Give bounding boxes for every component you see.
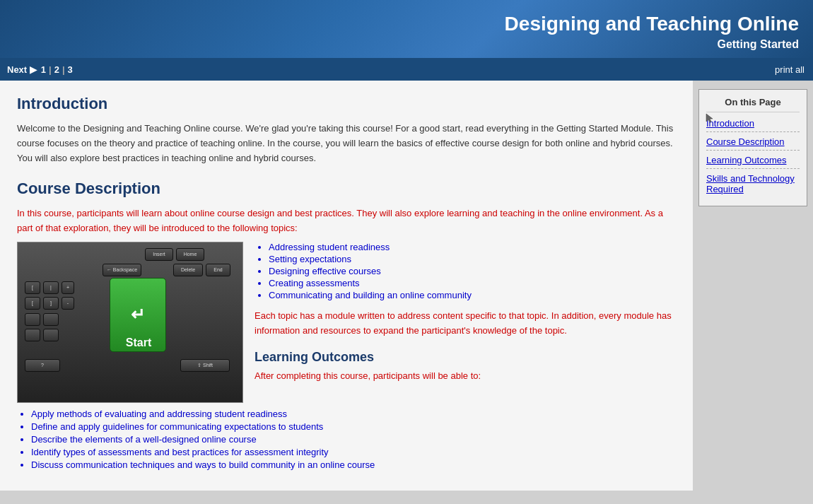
- key-minus: -: [62, 297, 74, 310]
- key-end: End: [206, 264, 230, 276]
- key-misc1: [25, 313, 40, 326]
- introduction-section: Introduction Welcome to the Designing an…: [17, 95, 676, 165]
- topic-item-1: Addressing student readiness: [269, 242, 676, 252]
- page-header: Designing and Teaching Online Getting St…: [0, 0, 813, 58]
- lo-after-text: After completing this course, participan…: [255, 370, 676, 381]
- topic-item-3: Designing effective courses: [269, 266, 676, 276]
- course-desc-row: Insert Home ← Backspace Delete End [ | […: [17, 242, 676, 403]
- introduction-title: Introduction: [17, 95, 676, 113]
- sidebar-link-introduction[interactable]: Introduction: [706, 118, 800, 132]
- course-desc-intro: In this course, participants will learn …: [17, 206, 676, 236]
- start-label: Start: [112, 334, 165, 351]
- topics-right: Addressing student readiness Setting exp…: [255, 242, 676, 403]
- topics-list: Addressing student readiness Setting exp…: [269, 242, 676, 300]
- lo-list: Apply methods of evaluating and addressi…: [31, 409, 676, 470]
- main-layout: Introduction Welcome to the Designing an…: [0, 81, 813, 491]
- lo-item-2: Define and apply guidelines for communic…: [31, 421, 676, 432]
- each-topic-text: Each topic has a module written to addre…: [255, 309, 676, 339]
- key-misc4: [43, 329, 59, 341]
- cursor-icon: [705, 112, 715, 122]
- on-this-page-box: On this Page Introduction Course Descrip…: [698, 89, 807, 206]
- on-this-page-title: On this Page: [706, 97, 800, 112]
- key-bracket-open: [: [25, 281, 40, 294]
- nav-next-button[interactable]: Next ▶: [7, 64, 37, 75]
- sidebar-link-learning-outcomes[interactable]: Learning Outcomes: [706, 155, 800, 169]
- nav-page-2[interactable]: 2: [54, 64, 59, 75]
- course-desc-title: Course Description: [17, 180, 676, 198]
- key-delete: Delete: [173, 264, 203, 276]
- sidebar-link-skills-technology[interactable]: Skills and Technology Required: [706, 173, 800, 194]
- lo-item-3: Describe the elements of a well-designed…: [31, 434, 676, 445]
- content-area: Introduction Welcome to the Designing an…: [0, 81, 693, 491]
- intro-text: Welcome to the Designing and Teaching On…: [17, 122, 676, 165]
- key-insert: Insert: [145, 248, 173, 261]
- keyboard-image: Insert Home ← Backspace Delete End [ | […: [17, 242, 243, 403]
- page-title: Designing and Teaching Online: [14, 13, 799, 35]
- nav-left: Next ▶ 1 | 2 | 3: [0, 64, 73, 75]
- nav-page-1[interactable]: 1: [41, 64, 46, 75]
- key-bottom1: ?: [25, 359, 60, 372]
- key-backspace: ← Backspace: [103, 264, 141, 276]
- sidebar-link-course-description[interactable]: Course Description: [706, 136, 800, 151]
- topic-item-5: Communicating and building an online com…: [269, 290, 676, 300]
- nav-page-3[interactable]: 3: [68, 64, 73, 75]
- navbar: Next ▶ 1 | 2 | 3 print all: [0, 58, 813, 81]
- key-backslash: ]: [43, 297, 59, 310]
- lo-item-1: Apply methods of evaluating and addressi…: [31, 409, 676, 419]
- key-misc2: [43, 313, 59, 326]
- nav-sep-2: |: [62, 64, 65, 75]
- key-bracket2: [: [25, 297, 40, 310]
- topic-item-2: Setting expectations: [269, 254, 676, 264]
- lo-item-5: Discuss communication techniques and way…: [31, 459, 676, 470]
- print-all-button[interactable]: print all: [775, 64, 813, 75]
- nav-sep-1: |: [49, 64, 52, 75]
- page-subtitle: Getting Started: [14, 38, 799, 51]
- course-description-section: Course Description In this course, parti…: [17, 180, 676, 470]
- lo-item-4: Identify types of assessments and best p…: [31, 447, 676, 457]
- key-shift: ⇧ Shift: [180, 359, 230, 372]
- key-pipe: |: [43, 281, 59, 294]
- topic-item-4: Creating assessments: [269, 278, 676, 288]
- key-misc3: [25, 329, 40, 341]
- key-plus: +: [62, 281, 74, 294]
- learning-outcomes-title: Learning Outcomes: [255, 350, 676, 365]
- sidebar: On this Page Introduction Course Descrip…: [693, 81, 813, 491]
- key-home: Home: [176, 248, 204, 261]
